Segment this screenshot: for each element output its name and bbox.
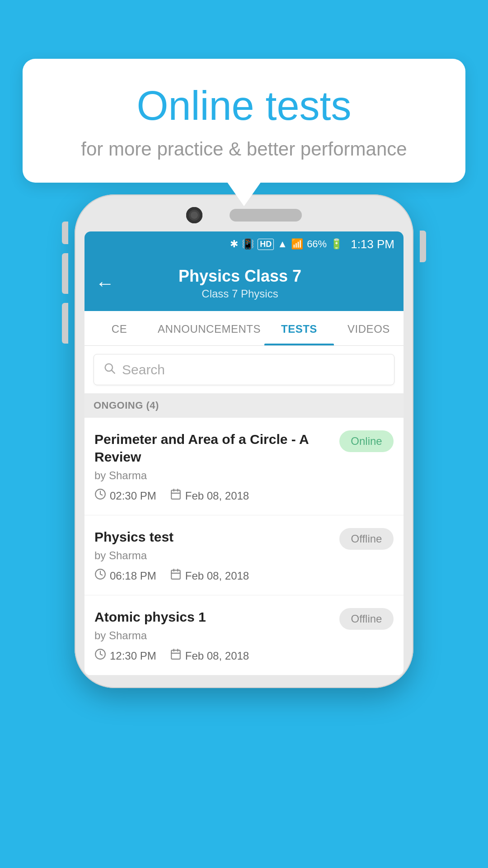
test-time: 02:30 PM	[94, 488, 156, 503]
calendar-icon	[170, 648, 182, 663]
test-title: Atomic physics 1	[94, 608, 330, 626]
tab-announcements[interactable]: ANNOUNCEMENTS	[154, 311, 264, 345]
test-title: Perimeter and Area of a Circle - A Revie…	[94, 430, 330, 466]
tab-videos[interactable]: VIDEOS	[334, 311, 404, 345]
app-header: ← Physics Class 7 Class 7 Physics	[84, 257, 404, 311]
clock-icon	[94, 648, 106, 663]
header-breadcrumb: Class 7 Physics	[123, 288, 357, 300]
test-date: Feb 08, 2018	[170, 568, 249, 583]
phone-mockup: ✱ 📳 HD ▲ 📶 66% 🔋 1:13 PM ← Physics Class…	[75, 194, 413, 688]
test-by: by Sharma	[94, 549, 330, 562]
test-by: by Sharma	[94, 629, 330, 642]
tab-tests[interactable]: TESTS	[264, 311, 334, 345]
test-item-left: Perimeter and Area of a Circle - A Revie…	[94, 430, 330, 503]
vibrate-icon: 📳	[242, 238, 254, 250]
test-time: 06:18 PM	[94, 568, 156, 583]
test-meta: 06:18 PM	[94, 568, 330, 583]
svg-line-1	[112, 370, 114, 373]
test-meta: 12:30 PM	[94, 648, 330, 663]
phone-camera	[186, 207, 202, 223]
svg-rect-3	[171, 490, 180, 499]
test-time: 12:30 PM	[94, 648, 156, 663]
test-list: Perimeter and Area of a Circle - A Revie…	[84, 418, 404, 675]
test-item[interactable]: Atomic physics 1 by Sharma 12:	[84, 595, 404, 675]
battery-percent: 66%	[307, 238, 327, 250]
calendar-icon	[170, 488, 182, 503]
date-value: Feb 08, 2018	[185, 650, 249, 662]
header-title: Physics Class 7	[123, 267, 357, 286]
phone-outer: ✱ 📳 HD ▲ 📶 66% 🔋 1:13 PM ← Physics Class…	[75, 194, 413, 688]
time-value: 06:18 PM	[110, 570, 156, 582]
tab-ce[interactable]: CE	[84, 311, 154, 345]
clock-icon	[94, 568, 106, 583]
test-item-left: Atomic physics 1 by Sharma 12:	[94, 608, 330, 663]
status-bar: ✱ 📳 HD ▲ 📶 66% 🔋 1:13 PM	[84, 231, 404, 257]
phone-top-bar	[84, 207, 404, 223]
header-title-block: Physics Class 7 Class 7 Physics	[123, 267, 357, 300]
search-icon	[103, 362, 116, 377]
phone-mute-button	[62, 222, 68, 244]
tabs-bar: CE ANNOUNCEMENTS TESTS VIDEOS	[84, 311, 404, 346]
phone-screen: ✱ 📳 HD ▲ 📶 66% 🔋 1:13 PM ← Physics Class…	[84, 231, 404, 675]
section-header-ongoing: ONGOING (4)	[84, 393, 404, 418]
svg-rect-8	[171, 570, 180, 579]
signal-icon: 📶	[291, 238, 303, 250]
test-title: Physics test	[94, 528, 330, 546]
phone-volume-up-button	[62, 253, 68, 294]
phone-speaker	[230, 209, 302, 222]
status-badge-offline: Offline	[339, 608, 394, 630]
test-by: by Sharma	[94, 469, 330, 482]
test-item[interactable]: Physics test by Sharma 06:18 P	[84, 515, 404, 595]
date-value: Feb 08, 2018	[185, 570, 249, 582]
svg-rect-13	[171, 650, 180, 659]
status-time: 1:13 PM	[351, 237, 394, 251]
test-meta: 02:30 PM	[94, 488, 330, 503]
test-date: Feb 08, 2018	[170, 488, 249, 503]
calendar-icon	[170, 568, 182, 583]
bubble-subtitle: for more practice & better performance	[50, 138, 438, 160]
time-value: 02:30 PM	[110, 490, 156, 502]
date-value: Feb 08, 2018	[185, 490, 249, 502]
bluetooth-icon: ✱	[230, 238, 238, 250]
wifi-icon: ▲	[277, 238, 287, 250]
phone-volume-down-button	[62, 303, 68, 344]
speech-bubble-card: Online tests for more practice & better …	[23, 59, 465, 183]
status-badge-online: Online	[339, 430, 394, 452]
time-value: 12:30 PM	[110, 650, 156, 662]
hd-icon: HD	[258, 239, 274, 250]
bubble-title: Online tests	[50, 84, 438, 128]
status-icons: ✱ 📳 HD ▲ 📶 66% 🔋	[230, 238, 343, 250]
search-input-wrapper[interactable]: Search	[94, 354, 394, 385]
phone-power-button	[420, 231, 426, 262]
test-item[interactable]: Perimeter and Area of a Circle - A Revie…	[84, 418, 404, 515]
status-badge-offline: Offline	[339, 528, 394, 550]
test-date: Feb 08, 2018	[170, 648, 249, 663]
test-item-left: Physics test by Sharma 06:18 P	[94, 528, 330, 583]
clock-icon	[94, 488, 106, 503]
search-container: Search	[84, 346, 404, 393]
back-button[interactable]: ←	[95, 274, 114, 293]
search-placeholder: Search	[122, 362, 165, 377]
battery-icon: 🔋	[330, 238, 343, 250]
